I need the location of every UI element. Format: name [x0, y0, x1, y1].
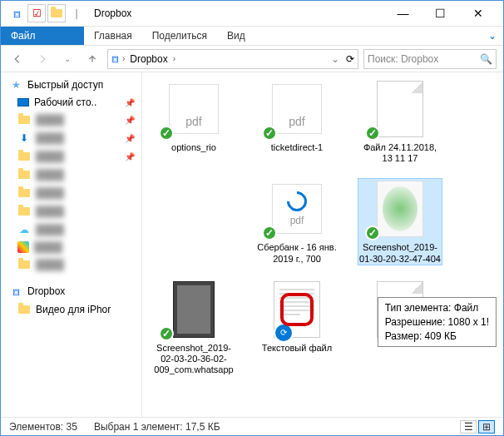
app-icon	[17, 241, 29, 253]
separator: |	[67, 4, 86, 22]
sidebar-item[interactable]: ████	[1, 255, 141, 274]
chevron-right-icon: ›	[173, 54, 175, 63]
menu-view[interactable]: Вид	[217, 27, 255, 45]
status-count: Элементов: 35	[9, 421, 77, 433]
sidebar-label: Видео для iPhor	[36, 304, 111, 315]
sidebar-item[interactable]: ████📌	[1, 147, 141, 166]
sidebar-item[interactable]: ████	[1, 239, 141, 255]
breadcrumb[interactable]: ⧈ › Dropbox › ⌄ ⟳	[107, 49, 358, 69]
sidebar-dropbox[interactable]: ⧈ Dropbox	[1, 282, 141, 300]
folder-icon	[17, 303, 31, 316]
sync-badge-icon: ✓	[365, 225, 380, 240]
sync-badge-icon: ✓	[262, 225, 277, 240]
sidebar-item[interactable]: ⬇████📌	[1, 129, 141, 147]
sync-badge-icon: ✓	[365, 126, 380, 141]
tooltip-line: Тип элемента: Файл	[385, 301, 489, 315]
titlebar: ⧈ ☑ | Dropbox — ☐ ✕	[1, 1, 503, 26]
sidebar-label: ████	[36, 259, 64, 270]
folder-icon	[17, 168, 31, 181]
folder-icon	[17, 186, 31, 200]
pin-icon: 📌	[125, 134, 135, 143]
file-item[interactable]: pdf✓ ticketdirect-1	[255, 79, 338, 164]
sidebar-video[interactable]: Видео для iPhor	[1, 300, 141, 319]
address-bar: ⌄ ⧈ › Dropbox › ⌄ ⟳ Поиск: Dropbox 🔍	[1, 46, 503, 72]
sidebar-quick-access[interactable]: ★ Быстрый доступ	[1, 76, 141, 94]
history-dropdown[interactable]: ⌄	[57, 49, 77, 69]
sidebar-label: ████	[36, 206, 64, 217]
star-icon: ★	[9, 78, 22, 92]
back-button[interactable]	[7, 49, 27, 69]
file-item[interactable]: ✓ Файл 24.11.2018, 13 11 17	[358, 79, 442, 164]
expand-ribbon-icon[interactable]: ⌄	[482, 30, 503, 42]
sidebar-item[interactable]: ████📌	[1, 111, 141, 129]
tooltip-line: Размер: 409 КБ	[385, 329, 489, 344]
folder-icon	[17, 205, 31, 218]
sidebar-label: ████	[36, 151, 64, 162]
downloads-icon: ⬇	[17, 131, 31, 145]
forward-button[interactable]	[32, 49, 52, 69]
breadcrumb-dropdown-icon[interactable]: ⌄	[331, 53, 339, 65]
folder-icon[interactable]	[47, 4, 66, 22]
dropbox-icon: ⧈	[7, 4, 26, 22]
tooltip-line: Разрешение: 1080 x 1!	[385, 315, 489, 329]
file-label: options_rio	[152, 142, 235, 153]
file-label: Текстовый файл	[255, 343, 338, 354]
pin-icon: 📌	[125, 152, 135, 161]
window-title: Dropbox	[94, 7, 131, 19]
statusbar: Элементов: 35 Выбран 1 элемент: 17,5 КБ …	[1, 417, 503, 435]
file-item[interactable]: pdf✓ options_rio	[152, 79, 235, 164]
file-thumb	[377, 81, 423, 137]
sidebar-item[interactable]: ████	[1, 184, 141, 202]
sidebar-item[interactable]: ████	[1, 202, 141, 220]
sidebar-label: ████	[36, 132, 64, 144]
highlight-annotation	[280, 293, 314, 326]
file-label: Screenshot_2019-02-03-20-36-02-009_com.w…	[152, 343, 235, 376]
folder-icon	[17, 258, 31, 271]
menubar: Файл Главная Поделиться Вид ⌄	[1, 26, 503, 46]
maximize-button[interactable]: ☐	[422, 1, 459, 26]
sidebar-label: ████	[36, 224, 64, 235]
up-button[interactable]	[82, 49, 102, 69]
checkbox-icon[interactable]: ☑	[27, 4, 46, 22]
sidebar-label: Dropbox	[27, 285, 65, 297]
search-placeholder: Поиск: Dropbox	[368, 53, 438, 65]
image-thumb	[173, 281, 215, 338]
file-label: Сбербанк - 16 янв. 2019 г., 700	[255, 242, 338, 264]
file-item[interactable]: pdf✓ Сбербанк - 16 янв. 2019 г., 700	[255, 179, 338, 264]
view-icons-button[interactable]: ⊞	[478, 420, 495, 434]
chevron-right-icon: ›	[122, 54, 125, 63]
sidebar: ★ Быстрый доступ Рабочий сто.. 📌 ████📌 ⬇…	[1, 72, 142, 417]
sidebar-item[interactable]: ████	[1, 166, 141, 184]
sync-badge-icon: ✓	[159, 326, 174, 341]
sidebar-label: ████	[36, 187, 64, 199]
file-item[interactable]: ⟳ Текстовый файл	[255, 280, 338, 376]
file-label: ticketdirect-1	[255, 142, 338, 153]
sidebar-item[interactable]: ☁████	[1, 220, 141, 239]
tooltip: Тип элемента: Файл Разрешение: 1080 x 1!…	[378, 297, 497, 347]
pdf-thumb: pdf	[272, 84, 322, 134]
file-label: Файл 24.11.2018, 13 11 17	[358, 142, 442, 164]
sidebar-label: Рабочий сто..	[34, 97, 96, 108]
menu-file[interactable]: Файл	[1, 27, 84, 45]
breadcrumb-folder[interactable]: Dropbox	[128, 53, 169, 65]
file-item[interactable]: ✓ Screenshot_2019-01-30-20-32-47-404	[358, 179, 442, 264]
file-item[interactable]: ✓ Screenshot_2019-02-03-20-36-02-009_com…	[152, 280, 235, 376]
icloud-icon: ☁	[17, 223, 31, 236]
folder-icon	[17, 113, 31, 126]
pin-icon: 📌	[125, 116, 135, 125]
minimize-button[interactable]: —	[384, 1, 422, 26]
sidebar-label: ████	[34, 241, 62, 253]
close-button[interactable]: ✕	[459, 1, 497, 26]
search-input[interactable]: Поиск: Dropbox 🔍	[363, 49, 497, 69]
image-thumb	[377, 181, 423, 237]
menu-home[interactable]: Главная	[84, 27, 142, 45]
folder-icon	[17, 150, 31, 163]
breadcrumb-dropbox-icon: ⧈	[111, 52, 119, 66]
refresh-icon[interactable]: ⟳	[346, 53, 354, 65]
view-details-button[interactable]: ☰	[460, 420, 477, 434]
pdf-edge-thumb: pdf	[272, 184, 322, 234]
dropbox-icon: ⧈	[9, 285, 22, 298]
sidebar-desktop[interactable]: Рабочий сто.. 📌	[1, 94, 141, 111]
menu-share[interactable]: Поделиться	[142, 27, 217, 45]
file-pane[interactable]: pdf✓ options_rio pdf✓ ticketdirect-1 ✓ Ф…	[142, 72, 503, 417]
